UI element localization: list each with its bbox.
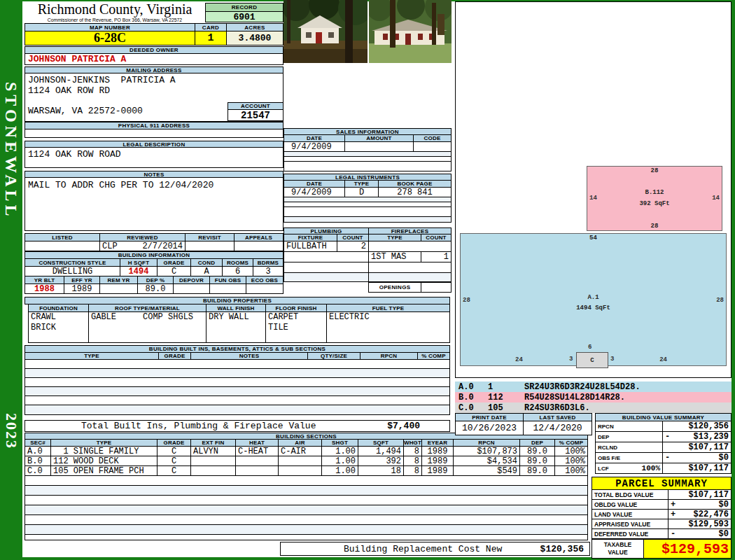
card-value: 1 [195,31,227,46]
legal-instruments-data-row: 9/4/2009 D 278 841 [284,188,451,197]
sketch-a-dim-top: 54 [461,234,726,241]
plumbing-count-header: COUNT [337,234,369,241]
print-date-header: PRINT DATE [455,413,524,421]
fixture-header: FIXTURE [284,234,337,241]
sketch-a-dim-bottom-left: 24 [515,356,523,363]
ecoobs-value [246,284,284,294]
built-ins-title: BUILDING BUILT INS, BASEMENTS, ATTICS & … [24,345,450,353]
building-info-header-row-2: YR BLT EFF YR REM YR DEP % DEPOVR FUN OB… [24,276,284,284]
grade-value: C [158,267,191,276]
value-summary-row: DEP -$13,239 [595,432,732,442]
dep-header: DEP [520,440,555,447]
plumbing-row-1: FULLBATH 2 [284,241,369,252]
mailing-line2: 1124 OAK ROW RD [28,85,110,96]
yrblt-value: 1988 [24,284,64,294]
reviewed-value: CLP2/7/2014 [100,241,186,251]
sales-header-row: DATE AMOUNT CODE [284,135,451,142]
effyr-value: 1989 [64,284,100,294]
building-sections-empty-row [24,525,588,535]
yrblt-header: YR BLT [24,276,64,284]
li-bookpage-header: BOOK PAGE [379,181,451,188]
sketch-b-sqft: 392 SqFt [587,200,722,207]
sketch-section-c: C [576,352,608,368]
roof-value: GABLECOMP SHGLS [89,312,206,343]
li-date-header: DATE [284,181,345,188]
cond-value: A [191,267,223,276]
sketch-a-sqft: 1494 SqFt [461,304,726,312]
legal-instruments-empty-row [284,202,451,207]
depovr-header: DEPOVR [174,276,210,284]
review-value-row: CLP2/7/2014 [24,241,284,251]
print-date-value: 10/26/2023 [455,421,524,435]
building-section-row: A.0 1 SINGLE FAMILY C ALVYN C-HEAT C-AIR… [24,447,588,456]
parcel-summary-row: APPRAISED VALUE $129,593 [592,519,732,529]
replacement-cost-row: Building Replacement Cost New $120,356 [280,542,590,556]
openings-label: OPENINGS [368,282,421,293]
value-summary-row: RCLND $107,117 [595,442,732,453]
last-saved-header: LAST SAVED [524,413,592,421]
plumbing-empty-row [284,262,369,273]
comp-header: % COMP [555,440,588,447]
plumbing-title: PLUMBING [284,227,369,234]
building-section-row: C.0 105 OPEN FRAME PCH C 1.00 18 8 1989 … [24,466,588,476]
building-sections-empty-row [24,476,588,486]
fireplaces-empty-row [368,262,451,273]
effyr-header: EFF YR [64,276,100,284]
remyr-value [100,284,138,294]
built-ins-rpcn-header: RPCN [360,353,418,360]
built-ins-empty-row [24,378,450,387]
built-ins-comp-header: % COMP [418,353,450,360]
fuel-type-value: ELECTRIC [327,312,450,343]
built-ins-qty-header: QTY/SIZE [308,353,360,360]
built-ins-empty-row [24,369,450,378]
bdrms-header: BDRMS [253,259,284,267]
value-summary-row: OBS F/E -$0 [595,453,732,463]
reviewed-header: REVIEWED [100,233,186,241]
building-info-value-row-1: DWELLING 1494 C A 6 3 [24,267,284,276]
built-ins-empty-row [24,360,450,369]
parcel-summary-row: LAND VALUE +$22,476 [592,510,732,519]
bdrms-value: 3 [253,267,284,276]
property-photo-2[interactable] [369,0,451,63]
review-header-row: LISTED REVIEWED REVISIT APPEALS [24,233,284,241]
building-info-header-row-1: CONSTRUCTION STYLE H SQFT GRADE COND ROO… [24,259,284,267]
notes-value: MAIL TO ADDR CHG PER TO 12/04/2020 [24,177,284,231]
plumbing-row-2 [284,252,369,262]
built-ins-empty-row [24,387,450,396]
building-value-summary-title: BUILDING VALUE SUMMARY [595,413,732,421]
sidebar-district-label: STONEWALL [2,63,20,238]
wall-finish-header: WALL FINISH [206,304,266,312]
parcel-summary-title: PARCEL SUMMARY [592,477,732,490]
property-photo-1[interactable] [284,0,368,63]
total-built-ins-label: Total Built Ins, Plumbing & Fireplace Va… [81,421,316,431]
acres-value: 3.4800 [226,31,284,46]
fireplace-type-header: TYPE [368,234,421,241]
deeded-owner-value: JOHNSON PATRICIA A [24,53,284,65]
plumbing-empty-row [284,273,369,282]
parcel-summary-row: OBLDG VALUE +$0 [592,500,732,510]
rooms-value: 6 [223,267,253,276]
sales-empty-row [284,162,451,172]
property-record-card: STONEWALL 2023 Richmond County, Virginia… [0,0,735,560]
grade-header: GRADE [158,259,191,267]
construction-style-header: CONSTRUCTION STYLE [24,259,120,267]
built-ins-empty-row [24,405,450,415]
dep-pct-value: 89.0 [138,284,174,294]
legal-instruments-header-row: DATE TYPE BOOK PAGE [284,181,451,188]
sketch-code-b: B.0 112 R54U28SU14L28D14R28. [455,392,732,402]
built-ins-type-header: TYPE [24,353,159,360]
building-properties-value-row: CRAWL BRICK GABLECOMP SHGLS DRY WALL CAR… [28,312,450,343]
building-info-value-row-2: 1988 1989 89.0 [24,284,284,294]
sqft-header: SQFT [358,440,404,447]
hsqft-header: H SQFT [120,259,158,267]
plumbing-header-row: FIXTURE COUNT [284,234,369,241]
eyear-header: EYEAR [422,440,454,447]
building-sections-empty-row [24,486,588,496]
legal-instruments-empty-row [284,207,451,217]
mailing-line3: WARSAW, VA 22572-0000 [28,106,143,116]
physical-911-value [24,129,284,138]
parcel-summary-row: DEFERRED VALUE -$0 [592,529,732,539]
rpcn-header: RPCN [454,440,520,447]
dep-pct-header: DEP % [138,276,174,284]
sketch-section-b: 28 14 14 28 B.112 392 SqFt [587,166,722,231]
